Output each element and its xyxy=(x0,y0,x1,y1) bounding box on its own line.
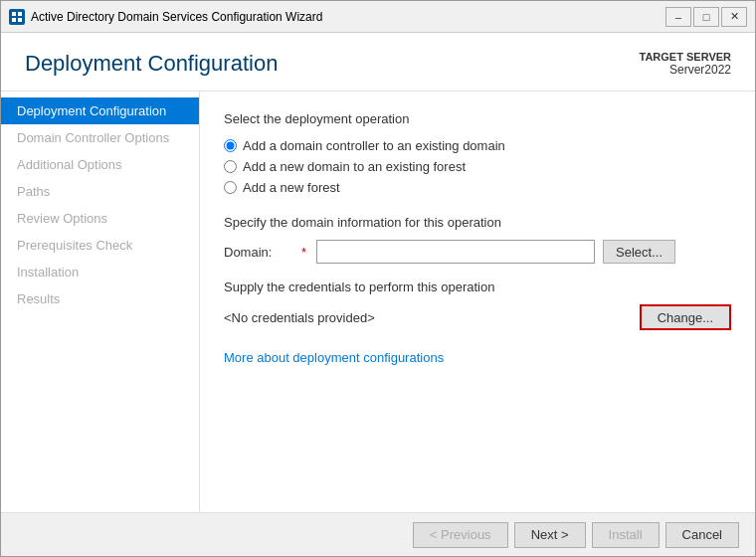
svg-rect-1 xyxy=(18,12,22,16)
sidebar-item-prerequisites-check: Prerequisites Check xyxy=(1,232,199,259)
install-button[interactable]: Install xyxy=(592,522,660,548)
required-star: * xyxy=(301,245,306,260)
title-bar: Active Directory Domain Services Configu… xyxy=(1,1,755,33)
window-controls: – □ ✕ xyxy=(665,7,747,27)
sidebar-item-additional-options: Additional Options xyxy=(1,151,199,178)
sidebar-item-installation: Installation xyxy=(1,259,199,285)
close-button[interactable]: ✕ xyxy=(721,7,747,27)
radio-add-dc-existing[interactable]: Add a domain controller to an existing d… xyxy=(224,138,731,153)
content-area: Deployment Configuration TARGET SERVER S… xyxy=(1,33,755,512)
no-credentials-text: <No credentials provided> xyxy=(224,310,375,325)
radio-input-add-dc[interactable] xyxy=(224,139,237,152)
radio-group: Add a domain controller to an existing d… xyxy=(224,138,731,195)
radio-input-add-domain[interactable] xyxy=(224,160,237,173)
main-window: Active Directory Domain Services Configu… xyxy=(0,0,756,557)
domain-input[interactable] xyxy=(316,240,595,264)
minimize-button[interactable]: – xyxy=(665,7,691,27)
next-button[interactable]: Next > xyxy=(514,522,586,548)
target-value: Server2022 xyxy=(640,63,732,77)
sidebar-item-paths: Paths xyxy=(1,178,199,205)
cancel-button[interactable]: Cancel xyxy=(665,522,739,548)
credentials-section: Supply the credentials to perform this o… xyxy=(224,279,731,330)
credentials-row: <No credentials provided> Change... xyxy=(224,304,731,330)
link-area: More about deployment configurations xyxy=(224,330,731,365)
app-icon xyxy=(9,9,25,25)
credentials-label: Supply the credentials to perform this o… xyxy=(224,279,731,294)
sidebar: Deployment Configuration Domain Controll… xyxy=(1,92,200,512)
main-content: Select the deployment operation Add a do… xyxy=(200,92,755,512)
sidebar-item-review-options: Review Options xyxy=(1,205,199,232)
header-section: Deployment Configuration TARGET SERVER S… xyxy=(1,33,755,92)
maximize-button[interactable]: □ xyxy=(693,7,719,27)
main-body: Deployment Configuration Domain Controll… xyxy=(1,92,755,512)
radio-add-new-domain[interactable]: Add a new domain to an existing forest xyxy=(224,159,731,174)
sidebar-item-results: Results xyxy=(1,285,199,312)
footer: < Previous Next > Install Cancel xyxy=(1,512,755,556)
target-label: TARGET SERVER xyxy=(640,51,732,63)
svg-rect-3 xyxy=(18,18,22,22)
radio-input-add-forest[interactable] xyxy=(224,181,237,194)
target-server: TARGET SERVER Server2022 xyxy=(640,51,732,77)
radio-add-new-forest[interactable]: Add a new forest xyxy=(224,180,731,195)
svg-rect-2 xyxy=(12,18,16,22)
sidebar-item-deployment-configuration[interactable]: Deployment Configuration xyxy=(1,97,199,124)
help-link[interactable]: More about deployment configurations xyxy=(224,350,444,365)
previous-button[interactable]: < Previous xyxy=(413,522,508,548)
sidebar-item-domain-controller-options: Domain Controller Options xyxy=(1,124,199,151)
window-title: Active Directory Domain Services Configu… xyxy=(31,10,665,24)
change-button[interactable]: Change... xyxy=(640,304,731,330)
domain-section-label: Specify the domain information for this … xyxy=(224,215,731,230)
deployment-section-label: Select the deployment operation xyxy=(224,111,731,126)
svg-rect-0 xyxy=(12,12,16,16)
domain-form-row: Domain: * Select... xyxy=(224,240,731,264)
domain-label: Domain: xyxy=(224,245,293,260)
select-button[interactable]: Select... xyxy=(603,240,675,264)
page-title: Deployment Configuration xyxy=(25,51,278,77)
